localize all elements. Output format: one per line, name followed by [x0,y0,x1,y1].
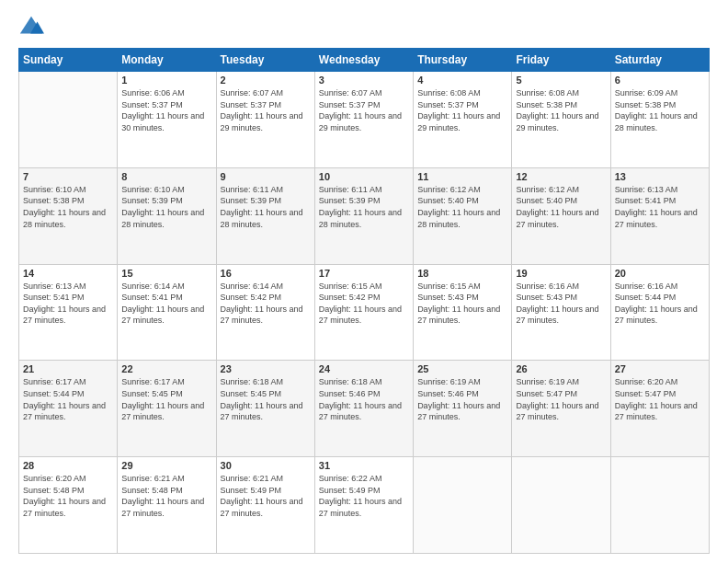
calendar-cell: 7 Sunrise: 6:10 AM Sunset: 5:38 PM Dayli… [19,167,118,264]
day-number: 22 [121,363,211,374]
day-number: 8 [121,171,211,182]
day-info: Sunrise: 6:08 AM Sunset: 5:37 PM Dayligh… [417,87,507,133]
day-info: Sunrise: 6:20 AM Sunset: 5:48 PM Dayligh… [23,473,113,519]
day-number: 5 [516,75,606,86]
day-number: 6 [615,75,705,86]
day-info: Sunrise: 6:11 AM Sunset: 5:39 PM Dayligh… [319,184,409,230]
day-info: Sunrise: 6:14 AM Sunset: 5:41 PM Dayligh… [121,281,211,327]
calendar-cell: 3 Sunrise: 6:07 AM Sunset: 5:37 PM Dayli… [314,72,413,168]
day-info: Sunrise: 6:09 AM Sunset: 5:38 PM Dayligh… [615,87,705,133]
calendar-cell: 17 Sunrise: 6:15 AM Sunset: 5:42 PM Dayl… [314,264,413,361]
calendar-cell: 24 Sunrise: 6:18 AM Sunset: 5:46 PM Dayl… [314,361,413,457]
calendar-cell: 4 Sunrise: 6:08 AM Sunset: 5:37 PM Dayli… [414,72,512,168]
day-number: 25 [417,363,507,374]
day-number: 24 [319,363,409,374]
calendar-cell: 12 Sunrise: 6:12 AM Sunset: 5:40 PM Dayl… [512,167,610,264]
weekday-header-thursday: Thursday [414,49,512,72]
day-info: Sunrise: 6:14 AM Sunset: 5:42 PM Dayligh… [221,281,311,327]
calendar-cell [610,457,709,554]
day-number: 31 [319,460,409,471]
day-number: 19 [516,268,606,279]
day-number: 1 [121,75,211,86]
day-number: 14 [23,268,113,279]
weekday-header-sunday: Sunday [19,49,118,72]
calendar-cell [19,72,118,168]
day-info: Sunrise: 6:21 AM Sunset: 5:48 PM Dayligh… [121,473,211,519]
calendar-cell [512,457,610,554]
calendar-cell: 10 Sunrise: 6:11 AM Sunset: 5:39 PM Dayl… [314,167,413,264]
day-info: Sunrise: 6:18 AM Sunset: 5:46 PM Dayligh… [319,376,409,422]
day-number: 21 [23,363,113,374]
day-info: Sunrise: 6:22 AM Sunset: 5:49 PM Dayligh… [319,473,409,519]
calendar-cell: 8 Sunrise: 6:10 AM Sunset: 5:39 PM Dayli… [118,167,216,264]
day-number: 27 [615,363,705,374]
calendar-cell: 2 Sunrise: 6:07 AM Sunset: 5:37 PM Dayli… [216,72,314,168]
day-number: 15 [121,268,211,279]
day-info: Sunrise: 6:11 AM Sunset: 5:39 PM Dayligh… [221,184,311,230]
day-number: 28 [23,460,113,471]
weekday-header-friday: Friday [512,49,610,72]
calendar-cell: 22 Sunrise: 6:17 AM Sunset: 5:45 PM Dayl… [118,361,216,457]
calendar-cell: 26 Sunrise: 6:19 AM Sunset: 5:47 PM Dayl… [512,361,610,457]
day-info: Sunrise: 6:06 AM Sunset: 5:37 PM Dayligh… [121,87,211,133]
weekday-header-saturday: Saturday [610,49,709,72]
calendar-cell: 21 Sunrise: 6:17 AM Sunset: 5:44 PM Dayl… [19,361,118,457]
calendar-cell: 29 Sunrise: 6:21 AM Sunset: 5:48 PM Dayl… [118,457,216,554]
calendar-cell: 6 Sunrise: 6:09 AM Sunset: 5:38 PM Dayli… [610,72,709,168]
header [18,15,710,40]
calendar-cell: 20 Sunrise: 6:16 AM Sunset: 5:44 PM Dayl… [610,264,709,361]
calendar-cell: 28 Sunrise: 6:20 AM Sunset: 5:48 PM Dayl… [19,457,118,554]
day-info: Sunrise: 6:12 AM Sunset: 5:40 PM Dayligh… [516,184,606,230]
day-number: 26 [516,363,606,374]
day-number: 10 [319,171,409,182]
calendar-cell: 1 Sunrise: 6:06 AM Sunset: 5:37 PM Dayli… [118,72,216,168]
week-row-2: 7 Sunrise: 6:10 AM Sunset: 5:38 PM Dayli… [19,167,710,264]
day-info: Sunrise: 6:19 AM Sunset: 5:47 PM Dayligh… [516,376,606,422]
calendar-cell: 31 Sunrise: 6:22 AM Sunset: 5:49 PM Dayl… [314,457,413,554]
calendar-cell: 13 Sunrise: 6:13 AM Sunset: 5:41 PM Dayl… [610,167,709,264]
calendar-cell: 27 Sunrise: 6:20 AM Sunset: 5:47 PM Dayl… [610,361,709,457]
calendar-table: SundayMondayTuesdayWednesdayThursdayFrid… [18,48,710,554]
day-info: Sunrise: 6:13 AM Sunset: 5:41 PM Dayligh… [615,184,705,230]
day-number: 9 [221,171,311,182]
day-info: Sunrise: 6:19 AM Sunset: 5:46 PM Dayligh… [417,376,507,422]
day-number: 20 [615,268,705,279]
calendar-cell: 9 Sunrise: 6:11 AM Sunset: 5:39 PM Dayli… [216,167,314,264]
weekday-header-tuesday: Tuesday [216,49,314,72]
day-number: 18 [417,268,507,279]
calendar-cell: 18 Sunrise: 6:15 AM Sunset: 5:43 PM Dayl… [414,264,512,361]
day-number: 3 [319,75,409,86]
week-row-3: 14 Sunrise: 6:13 AM Sunset: 5:41 PM Dayl… [19,264,710,361]
calendar-cell: 30 Sunrise: 6:21 AM Sunset: 5:49 PM Dayl… [216,457,314,554]
day-number: 23 [221,363,311,374]
weekday-header-wednesday: Wednesday [314,49,413,72]
day-number: 11 [417,171,507,182]
logo-icon [18,15,44,40]
day-info: Sunrise: 6:12 AM Sunset: 5:40 PM Dayligh… [417,184,507,230]
week-row-1: 1 Sunrise: 6:06 AM Sunset: 5:37 PM Dayli… [19,72,710,168]
day-number: 4 [417,75,507,86]
weekday-header-monday: Monday [118,49,216,72]
day-info: Sunrise: 6:17 AM Sunset: 5:44 PM Dayligh… [23,376,113,422]
day-info: Sunrise: 6:17 AM Sunset: 5:45 PM Dayligh… [121,376,211,422]
day-info: Sunrise: 6:15 AM Sunset: 5:42 PM Dayligh… [319,281,409,327]
day-info: Sunrise: 6:13 AM Sunset: 5:41 PM Dayligh… [23,281,113,327]
day-number: 17 [319,268,409,279]
day-info: Sunrise: 6:07 AM Sunset: 5:37 PM Dayligh… [221,87,311,133]
day-number: 30 [221,460,311,471]
calendar-cell: 11 Sunrise: 6:12 AM Sunset: 5:40 PM Dayl… [414,167,512,264]
day-info: Sunrise: 6:10 AM Sunset: 5:38 PM Dayligh… [23,184,113,230]
logo [18,15,48,40]
calendar-cell: 5 Sunrise: 6:08 AM Sunset: 5:38 PM Dayli… [512,72,610,168]
calendar-cell: 14 Sunrise: 6:13 AM Sunset: 5:41 PM Dayl… [19,264,118,361]
calendar-cell [414,457,512,554]
calendar-cell: 19 Sunrise: 6:16 AM Sunset: 5:43 PM Dayl… [512,264,610,361]
day-info: Sunrise: 6:20 AM Sunset: 5:47 PM Dayligh… [615,376,705,422]
day-info: Sunrise: 6:21 AM Sunset: 5:49 PM Dayligh… [221,473,311,519]
day-info: Sunrise: 6:08 AM Sunset: 5:38 PM Dayligh… [516,87,606,133]
day-number: 12 [516,171,606,182]
day-number: 16 [221,268,311,279]
calendar-cell: 15 Sunrise: 6:14 AM Sunset: 5:41 PM Dayl… [118,264,216,361]
calendar-cell: 23 Sunrise: 6:18 AM Sunset: 5:45 PM Dayl… [216,361,314,457]
day-info: Sunrise: 6:07 AM Sunset: 5:37 PM Dayligh… [319,87,409,133]
